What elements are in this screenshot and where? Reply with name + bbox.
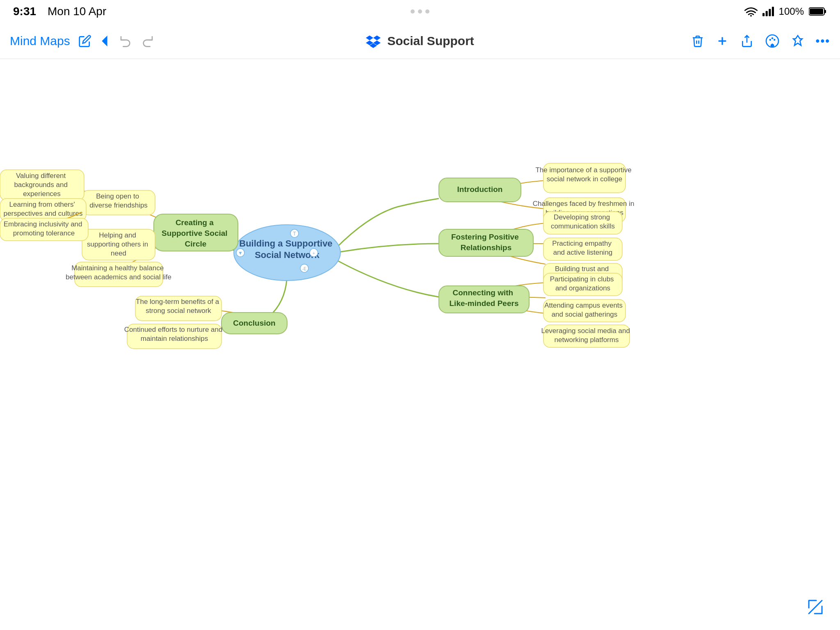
svg-text:Introduction: Introduction [457, 185, 503, 194]
add-icon[interactable] [716, 34, 729, 48]
svg-rect-2 [765, 11, 767, 16]
svg-point-14 [771, 37, 773, 39]
svg-rect-7 [810, 9, 823, 14]
svg-text:+: + [313, 251, 315, 256]
share-icon[interactable] [740, 34, 753, 48]
status-date: Mon 10 Apr [48, 5, 106, 18]
delete-icon[interactable] [691, 34, 704, 48]
status-bar: 9:31 Mon 10 Apr 100% [0, 0, 840, 23]
color-palette-icon[interactable] [765, 34, 780, 48]
more-icon[interactable]: ••• [816, 34, 830, 48]
svg-rect-4 [772, 7, 774, 16]
svg-text:Conclusion: Conclusion [233, 319, 275, 327]
mind-map-canvas[interactable]: Building a Supportive Social Network ▼ T… [0, 59, 840, 630]
svg-rect-6 [824, 10, 826, 13]
edit-icon[interactable] [78, 34, 91, 48]
svg-text:▼: ▼ [238, 250, 243, 256]
svg-rect-1 [762, 13, 765, 16]
back-icon[interactable] [100, 35, 111, 47]
battery-text: 100% [779, 6, 804, 17]
wifi-icon [744, 7, 758, 16]
redo-icon[interactable] [141, 34, 154, 48]
svg-text:-E: -E [302, 267, 306, 271]
mind-maps-back[interactable]: Mind Maps [10, 34, 70, 48]
dropbox-icon [366, 34, 381, 48]
battery-icon [809, 7, 827, 16]
svg-marker-8 [103, 37, 107, 45]
svg-text:T: T [293, 231, 296, 237]
svg-rect-3 [769, 9, 771, 16]
toolbar: Mind Maps Social Support [0, 23, 840, 59]
signal-icon [762, 7, 774, 16]
svg-point-15 [774, 39, 776, 41]
status-time: 9:31 [13, 5, 36, 18]
svg-line-68 [809, 600, 822, 614]
svg-point-0 [750, 15, 752, 16]
svg-point-13 [769, 39, 771, 41]
pin-icon[interactable] [791, 34, 804, 48]
toolbar-title: Social Support [387, 34, 474, 48]
undo-icon[interactable] [119, 34, 132, 48]
resize-icon[interactable] [806, 597, 825, 620]
